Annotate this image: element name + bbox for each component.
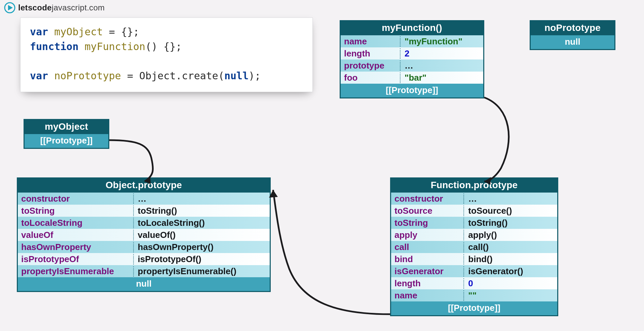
box-myobject: myObject [[Prototype]] [24, 119, 109, 149]
row-key: isGenerator [391, 266, 464, 277]
code-kw: var [30, 70, 48, 82]
box-title: Object.prototype [18, 178, 270, 193]
logo-icon [4, 2, 15, 13]
row-key: propertyIsEnumerable [18, 266, 134, 277]
table-row: propertyIsEnumerablepropertyIsEnumerable… [18, 265, 270, 277]
box-rows: constructor…toSourcetoSource()toStringto… [391, 193, 557, 301]
code-kw: var [30, 26, 48, 38]
row-value: isPrototypeOf() [134, 254, 270, 264]
table-row: name"" [391, 289, 557, 301]
box-footer: [[Prototype]] [25, 134, 108, 148]
row-key: constructor [18, 194, 134, 204]
table-row: valueOfvalueOf() [18, 229, 270, 241]
box-title: Function.prototype [391, 178, 557, 193]
row-key: toLocaleString [18, 218, 134, 228]
box-function-prototype: Function.prototype constructor…toSourcet… [390, 177, 558, 316]
row-value: "myFunction" [401, 36, 483, 47]
row-value: toSource() [464, 206, 557, 216]
row-key: valueOf [18, 230, 134, 240]
code-panel: var myObject = {}; function myFunction()… [20, 17, 313, 92]
row-value: propertyIsEnumerable() [134, 266, 270, 277]
box-title: myObject [25, 120, 108, 134]
logo: letscodejavascript.com [4, 2, 105, 13]
code-pun: = Object.create( [121, 70, 224, 82]
table-row: prototype… [341, 59, 483, 72]
code-kw: function [30, 41, 79, 52]
row-value: bind() [464, 254, 557, 264]
row-key: isPrototypeOf [18, 254, 134, 264]
table-row: constructor… [391, 193, 557, 205]
box-footer: [[Prototype]] [341, 84, 483, 97]
box-noprototype: noPrototype null [530, 20, 615, 50]
row-value: hasOwnProperty() [134, 242, 270, 252]
row-key: bind [391, 254, 464, 264]
row-value: 2 [401, 48, 483, 59]
table-row: toSourcetoSource() [391, 205, 557, 217]
row-key: length [391, 278, 464, 289]
table-row: toStringtoString() [18, 205, 270, 217]
code-id: myFunction [85, 41, 146, 52]
table-row: bindbind() [391, 253, 557, 265]
logo-text: letscodejavascript.com [18, 3, 105, 12]
table-row: isGeneratorisGenerator() [391, 265, 557, 277]
row-key: constructor [391, 194, 464, 204]
row-value: 0 [464, 278, 557, 289]
row-value: apply() [464, 230, 557, 240]
table-row: foo"bar" [341, 72, 483, 84]
row-value: "" [464, 290, 557, 301]
row-key: name [341, 36, 401, 47]
row-value: toString() [464, 218, 557, 228]
code-id: myObject [54, 26, 103, 38]
code-pun: () {}; [145, 41, 182, 52]
row-key: toString [391, 218, 464, 228]
row-key: foo [341, 73, 401, 83]
table-row: name"myFunction" [341, 35, 483, 47]
row-key: call [391, 242, 464, 252]
code-null: null [224, 70, 249, 82]
table-row: constructor… [18, 193, 270, 205]
box-rows: constructor…toStringtoString()toLocaleSt… [18, 193, 270, 277]
row-value: "bar" [401, 73, 483, 83]
table-row: toLocaleStringtoLocaleString() [18, 217, 270, 229]
logo-bold: letscode [18, 3, 52, 12]
row-key: name [391, 290, 464, 301]
box-rows: name"myFunction"length2prototype…foo"bar… [341, 35, 483, 84]
row-key: toSource [391, 206, 464, 216]
box-object-prototype: Object.prototype constructor…toStringtoS… [17, 177, 271, 292]
table-row: callcall() [391, 241, 557, 253]
row-value: call() [464, 242, 557, 252]
row-key: length [341, 48, 401, 59]
table-row: isPrototypeOfisPrototypeOf() [18, 253, 270, 265]
box-footer: null [18, 277, 270, 291]
code-id: noPrototype [54, 70, 121, 82]
box-myfunction: myFunction() name"myFunction"length2prot… [340, 20, 484, 98]
table-row: hasOwnPropertyhasOwnProperty() [18, 241, 270, 253]
table-row: applyapply() [391, 229, 557, 241]
table-row: length2 [341, 47, 483, 59]
row-value: … [134, 194, 270, 204]
box-title: myFunction() [341, 21, 483, 35]
table-row: toStringtoString() [391, 217, 557, 229]
box-footer: [[Prototype]] [391, 301, 557, 315]
code-pun: ); [249, 70, 261, 82]
row-value: … [401, 60, 483, 71]
row-key: toString [18, 206, 134, 216]
table-row: length0 [391, 277, 557, 289]
code-pun: = {}; [103, 26, 139, 38]
row-value: … [464, 194, 557, 204]
box-title: noPrototype [531, 21, 614, 35]
row-value: toString() [134, 206, 270, 216]
svg-marker-1 [8, 5, 13, 10]
row-key: prototype [341, 60, 401, 71]
row-value: valueOf() [134, 230, 270, 240]
row-key: apply [391, 230, 464, 240]
row-value: isGenerator() [464, 266, 557, 277]
row-value: toLocaleString() [134, 218, 270, 228]
logo-rest: javascript.com [52, 3, 105, 12]
row-key: hasOwnProperty [18, 242, 134, 252]
box-footer: null [531, 35, 614, 49]
